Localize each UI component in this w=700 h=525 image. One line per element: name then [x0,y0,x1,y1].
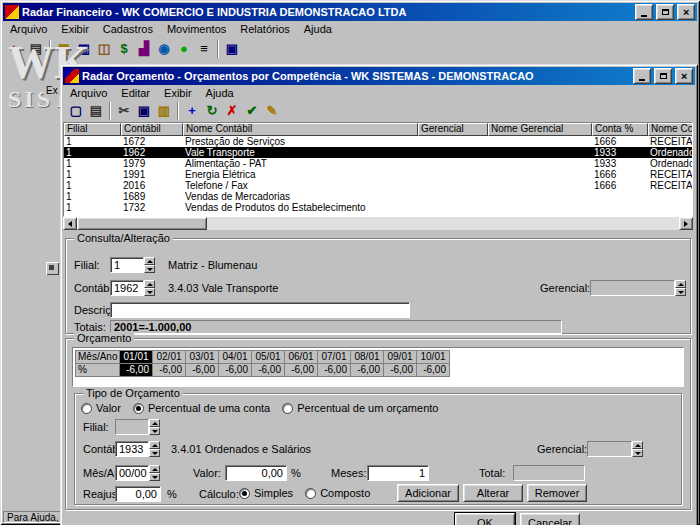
delete-icon[interactable]: ✗ [222,101,242,121]
month-cell[interactable]: 10/01 [417,351,450,364]
radio-simples[interactable] [239,488,250,499]
minimize-button[interactable] [635,4,653,20]
menu-item-ajuda[interactable]: Ajuda [199,86,241,100]
dialog-titlebar[interactable]: Radar Orçamento - Orçamentos por Competê… [63,67,695,85]
meses-input[interactable]: 1 [367,465,429,481]
grid-column-header[interactable]: Conta % [592,123,648,136]
scroll-right-button[interactable] [679,217,693,230]
grid-column-header[interactable]: Contábil [121,123,183,136]
spin-down-button[interactable] [149,473,160,481]
close-button[interactable] [677,4,695,20]
menu-item-arquivo[interactable]: Arquivo [3,22,54,36]
spin-up-button[interactable] [149,441,160,449]
filial-input[interactable]: 1 [110,257,144,273]
spin-up-button[interactable] [144,280,155,288]
globe-icon[interactable]: ◉ [154,39,174,59]
contabil-spinner[interactable] [144,280,155,296]
valor-input[interactable]: 0,00 [225,465,287,481]
copy-icon[interactable]: ▣ [134,101,154,121]
new-icon[interactable]: ▢ [66,101,86,121]
value-cell[interactable]: -6,00 [153,364,186,377]
dialog-maximize-button[interactable] [654,68,672,84]
spin-up-button[interactable] [144,257,155,265]
contabil-input[interactable]: 1962 [110,280,144,296]
menu-item-exibir[interactable]: Exibir [157,86,199,100]
dialog-close-button[interactable] [675,68,693,84]
grid-row[interactable]: 11979Alimentação - PAT1933Ordenados e Sa… [64,158,692,169]
calculo-option-composto[interactable]: Composto [305,487,370,499]
alterar-button[interactable]: Alterar [463,484,523,502]
tipo-contabil-input[interactable]: 1933 [115,441,149,457]
grid-column-header[interactable]: Nome Gerencial [488,123,592,136]
confirm-icon[interactable]: ✔ [242,101,262,121]
windows-icon[interactable]: ▣ [222,39,242,59]
adicionar-button[interactable]: Adicionar [397,484,459,502]
value-cell[interactable]: -6,00 [351,364,384,377]
cancelar-button[interactable]: Cancelar [520,513,580,525]
scroll-left-button[interactable] [63,217,77,230]
grid-row[interactable]: 11991Energia Elétrica1666RECEITA OPERACI… [64,169,692,180]
main-titlebar[interactable]: Radar Financeiro - WK COMERCIO E INDUSTR… [3,3,697,21]
month-cell[interactable]: 03/01 [186,351,219,364]
mesano-input[interactable]: 00/00 [115,465,149,481]
edit-icon[interactable]: ✎ [262,101,282,121]
menu-item-ajuda[interactable]: Ajuda [297,22,339,36]
menu-item-arquivo[interactable]: Arquivo [63,86,114,100]
tipo-orcamento-option-percentualdeumoramento[interactable]: Percentual de um orçamento [282,402,438,414]
menu-item-editar[interactable]: Editar [114,86,157,100]
maximize-button[interactable] [656,4,674,20]
scroll-track[interactable] [77,217,679,230]
reajuste-input[interactable]: 0,00 [115,486,161,502]
spin-down-button[interactable] [144,288,155,296]
value-cell[interactable]: -6,00 [252,364,285,377]
tipo-contabil-spinner[interactable] [149,441,160,457]
grid-column-header[interactable]: Nome Contábil [183,123,418,136]
grid-column-header[interactable]: Nome Conta % [648,123,693,136]
month-cell[interactable]: 02/01 [153,351,186,364]
value-cell[interactable]: -6,00 [318,364,351,377]
status-icon[interactable]: ● [174,39,194,59]
month-cell[interactable]: 01/01 [120,351,153,364]
remover-button[interactable]: Remover [527,484,587,502]
mesano-spinner[interactable] [149,465,160,481]
tipo-orcamento-option-percentualdeumaconta[interactable]: Percentual de uma conta [133,402,270,414]
scroll-thumb[interactable] [77,217,207,230]
value-cell[interactable]: -6,00 [417,364,450,377]
value-cell[interactable]: -6,00 [384,364,417,377]
month-cell[interactable]: 06/01 [285,351,318,364]
grid-row[interactable]: 12016Telefone / Fax1666RECEITA OPERACION… [64,180,692,191]
grid-column-header[interactable]: Filial [64,123,121,136]
month-cell[interactable]: 07/01 [318,351,351,364]
grid-row[interactable]: 11962Vale Transporte1933Ordenados e Salá… [64,147,692,158]
grid-row[interactable]: 11732Vendas de Produtos do Estabelecimen… [64,202,692,213]
grid-row[interactable]: 11672Prestação de Serviços1666RECEITA OP… [64,136,692,147]
month-cell[interactable]: 09/01 [384,351,417,364]
grid-hscrollbar[interactable] [63,217,693,230]
month-cell[interactable]: 05/01 [252,351,285,364]
value-cell[interactable]: -6,00 [186,364,219,377]
menu-item-cadastros[interactable]: Cadastros [96,22,160,36]
dialog-minimize-button[interactable] [633,68,651,84]
radio-composto[interactable] [305,488,316,499]
refresh-icon[interactable]: ↻ [202,101,222,121]
grid-column-header[interactable]: Gerencial [418,123,488,136]
calculo-option-simples[interactable]: Simples [239,487,293,499]
paste-icon[interactable]: ▥ [154,101,174,121]
ledger-icon[interactable]: ≡ [194,39,214,59]
grid-row[interactable]: 11689Vendas de Mercadorias [64,191,692,202]
add-icon[interactable]: + [182,101,202,121]
value-cell[interactable]: -6,00 [285,364,318,377]
month-cell[interactable]: 04/01 [219,351,252,364]
radio-valor[interactable] [81,403,92,414]
descricao-input[interactable] [110,302,410,318]
menu-item-relatrios[interactable]: Relatórios [233,22,297,36]
radio-percentualdeumaconta[interactable] [133,403,144,414]
menu-item-movimentos[interactable]: Movimentos [160,22,233,36]
spin-down-button[interactable] [144,265,155,273]
menu-item-exibir[interactable]: Exibir [54,22,96,36]
value-cell[interactable]: -6,00 [120,364,153,377]
tipo-orcamento-option-valor[interactable]: Valor [81,402,121,414]
cut-icon[interactable]: ✂ [114,101,134,121]
spin-down-button[interactable] [149,449,160,457]
value-cell[interactable]: -6,00 [219,364,252,377]
